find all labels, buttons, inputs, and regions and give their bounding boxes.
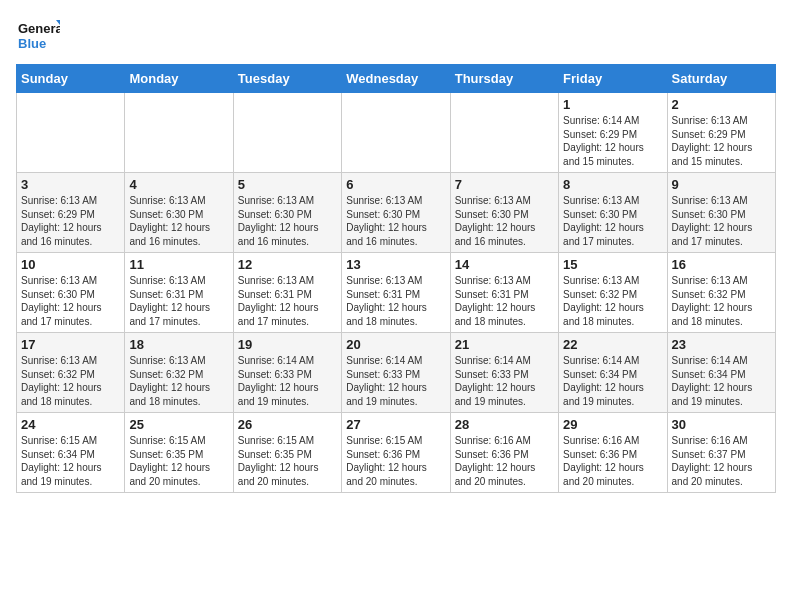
- day-info: Sunrise: 6:13 AMSunset: 6:30 PMDaylight:…: [238, 194, 337, 248]
- day-info: Sunrise: 6:14 AMSunset: 6:33 PMDaylight:…: [238, 354, 337, 408]
- day-info: Sunrise: 6:13 AMSunset: 6:30 PMDaylight:…: [21, 274, 120, 328]
- calendar-cell: 25Sunrise: 6:15 AMSunset: 6:35 PMDayligh…: [125, 413, 233, 493]
- day-number: 15: [563, 257, 662, 272]
- calendar-cell: 18Sunrise: 6:13 AMSunset: 6:32 PMDayligh…: [125, 333, 233, 413]
- header-day-sunday: Sunday: [17, 65, 125, 93]
- day-number: 30: [672, 417, 771, 432]
- day-number: 13: [346, 257, 445, 272]
- calendar-cell: 6Sunrise: 6:13 AMSunset: 6:30 PMDaylight…: [342, 173, 450, 253]
- calendar-cell: 7Sunrise: 6:13 AMSunset: 6:30 PMDaylight…: [450, 173, 558, 253]
- calendar-cell: 11Sunrise: 6:13 AMSunset: 6:31 PMDayligh…: [125, 253, 233, 333]
- day-number: 27: [346, 417, 445, 432]
- day-number: 24: [21, 417, 120, 432]
- day-number: 16: [672, 257, 771, 272]
- page-header: General Blue: [16, 16, 776, 56]
- calendar-week-row: 1Sunrise: 6:14 AMSunset: 6:29 PMDaylight…: [17, 93, 776, 173]
- day-number: 28: [455, 417, 554, 432]
- day-number: 2: [672, 97, 771, 112]
- day-info: Sunrise: 6:13 AMSunset: 6:32 PMDaylight:…: [129, 354, 228, 408]
- day-number: 18: [129, 337, 228, 352]
- day-info: Sunrise: 6:13 AMSunset: 6:31 PMDaylight:…: [129, 274, 228, 328]
- day-info: Sunrise: 6:13 AMSunset: 6:31 PMDaylight:…: [455, 274, 554, 328]
- calendar-cell: 2Sunrise: 6:13 AMSunset: 6:29 PMDaylight…: [667, 93, 775, 173]
- day-number: 20: [346, 337, 445, 352]
- calendar-cell: 24Sunrise: 6:15 AMSunset: 6:34 PMDayligh…: [17, 413, 125, 493]
- calendar-cell: 19Sunrise: 6:14 AMSunset: 6:33 PMDayligh…: [233, 333, 341, 413]
- day-info: Sunrise: 6:16 AMSunset: 6:36 PMDaylight:…: [455, 434, 554, 488]
- calendar-cell: 10Sunrise: 6:13 AMSunset: 6:30 PMDayligh…: [17, 253, 125, 333]
- day-info: Sunrise: 6:13 AMSunset: 6:31 PMDaylight:…: [238, 274, 337, 328]
- day-number: 29: [563, 417, 662, 432]
- calendar-cell: 30Sunrise: 6:16 AMSunset: 6:37 PMDayligh…: [667, 413, 775, 493]
- calendar-week-row: 17Sunrise: 6:13 AMSunset: 6:32 PMDayligh…: [17, 333, 776, 413]
- calendar-cell: [233, 93, 341, 173]
- day-number: 7: [455, 177, 554, 192]
- day-number: 26: [238, 417, 337, 432]
- calendar-cell: 14Sunrise: 6:13 AMSunset: 6:31 PMDayligh…: [450, 253, 558, 333]
- day-number: 19: [238, 337, 337, 352]
- day-info: Sunrise: 6:13 AMSunset: 6:30 PMDaylight:…: [129, 194, 228, 248]
- logo: General Blue: [16, 16, 60, 56]
- day-info: Sunrise: 6:16 AMSunset: 6:37 PMDaylight:…: [672, 434, 771, 488]
- day-number: 11: [129, 257, 228, 272]
- header-day-tuesday: Tuesday: [233, 65, 341, 93]
- day-info: Sunrise: 6:13 AMSunset: 6:32 PMDaylight:…: [672, 274, 771, 328]
- header-day-friday: Friday: [559, 65, 667, 93]
- calendar-cell: [450, 93, 558, 173]
- calendar-cell: 20Sunrise: 6:14 AMSunset: 6:33 PMDayligh…: [342, 333, 450, 413]
- day-info: Sunrise: 6:13 AMSunset: 6:30 PMDaylight:…: [563, 194, 662, 248]
- day-number: 17: [21, 337, 120, 352]
- day-info: Sunrise: 6:13 AMSunset: 6:29 PMDaylight:…: [21, 194, 120, 248]
- svg-text:Blue: Blue: [18, 36, 46, 51]
- calendar-cell: 17Sunrise: 6:13 AMSunset: 6:32 PMDayligh…: [17, 333, 125, 413]
- calendar-cell: [125, 93, 233, 173]
- calendar-cell: 4Sunrise: 6:13 AMSunset: 6:30 PMDaylight…: [125, 173, 233, 253]
- day-number: 4: [129, 177, 228, 192]
- header-day-thursday: Thursday: [450, 65, 558, 93]
- day-number: 22: [563, 337, 662, 352]
- day-number: 21: [455, 337, 554, 352]
- day-number: 8: [563, 177, 662, 192]
- day-number: 6: [346, 177, 445, 192]
- day-info: Sunrise: 6:14 AMSunset: 6:33 PMDaylight:…: [346, 354, 445, 408]
- calendar-cell: 9Sunrise: 6:13 AMSunset: 6:30 PMDaylight…: [667, 173, 775, 253]
- calendar-cell: 12Sunrise: 6:13 AMSunset: 6:31 PMDayligh…: [233, 253, 341, 333]
- calendar-header-row: SundayMondayTuesdayWednesdayThursdayFrid…: [17, 65, 776, 93]
- day-info: Sunrise: 6:15 AMSunset: 6:35 PMDaylight:…: [129, 434, 228, 488]
- header-day-monday: Monday: [125, 65, 233, 93]
- calendar-cell: 23Sunrise: 6:14 AMSunset: 6:34 PMDayligh…: [667, 333, 775, 413]
- day-number: 5: [238, 177, 337, 192]
- calendar-table: SundayMondayTuesdayWednesdayThursdayFrid…: [16, 64, 776, 493]
- calendar-cell: 13Sunrise: 6:13 AMSunset: 6:31 PMDayligh…: [342, 253, 450, 333]
- day-info: Sunrise: 6:13 AMSunset: 6:30 PMDaylight:…: [455, 194, 554, 248]
- day-info: Sunrise: 6:14 AMSunset: 6:29 PMDaylight:…: [563, 114, 662, 168]
- calendar-cell: 28Sunrise: 6:16 AMSunset: 6:36 PMDayligh…: [450, 413, 558, 493]
- calendar-cell: 15Sunrise: 6:13 AMSunset: 6:32 PMDayligh…: [559, 253, 667, 333]
- day-info: Sunrise: 6:15 AMSunset: 6:35 PMDaylight:…: [238, 434, 337, 488]
- day-number: 14: [455, 257, 554, 272]
- day-info: Sunrise: 6:13 AMSunset: 6:32 PMDaylight:…: [21, 354, 120, 408]
- day-number: 9: [672, 177, 771, 192]
- day-number: 3: [21, 177, 120, 192]
- day-info: Sunrise: 6:13 AMSunset: 6:32 PMDaylight:…: [563, 274, 662, 328]
- day-info: Sunrise: 6:14 AMSunset: 6:34 PMDaylight:…: [563, 354, 662, 408]
- calendar-cell: 27Sunrise: 6:15 AMSunset: 6:36 PMDayligh…: [342, 413, 450, 493]
- calendar-cell: [17, 93, 125, 173]
- logo-icon: General Blue: [16, 16, 60, 56]
- calendar-cell: 21Sunrise: 6:14 AMSunset: 6:33 PMDayligh…: [450, 333, 558, 413]
- day-number: 23: [672, 337, 771, 352]
- header-day-saturday: Saturday: [667, 65, 775, 93]
- calendar-cell: 8Sunrise: 6:13 AMSunset: 6:30 PMDaylight…: [559, 173, 667, 253]
- day-info: Sunrise: 6:15 AMSunset: 6:36 PMDaylight:…: [346, 434, 445, 488]
- calendar-week-row: 3Sunrise: 6:13 AMSunset: 6:29 PMDaylight…: [17, 173, 776, 253]
- calendar-cell: 1Sunrise: 6:14 AMSunset: 6:29 PMDaylight…: [559, 93, 667, 173]
- day-number: 1: [563, 97, 662, 112]
- day-info: Sunrise: 6:14 AMSunset: 6:33 PMDaylight:…: [455, 354, 554, 408]
- calendar-cell: 5Sunrise: 6:13 AMSunset: 6:30 PMDaylight…: [233, 173, 341, 253]
- day-info: Sunrise: 6:13 AMSunset: 6:30 PMDaylight:…: [672, 194, 771, 248]
- day-number: 25: [129, 417, 228, 432]
- calendar-week-row: 10Sunrise: 6:13 AMSunset: 6:30 PMDayligh…: [17, 253, 776, 333]
- day-number: 12: [238, 257, 337, 272]
- day-info: Sunrise: 6:13 AMSunset: 6:29 PMDaylight:…: [672, 114, 771, 168]
- svg-text:General: General: [18, 21, 60, 36]
